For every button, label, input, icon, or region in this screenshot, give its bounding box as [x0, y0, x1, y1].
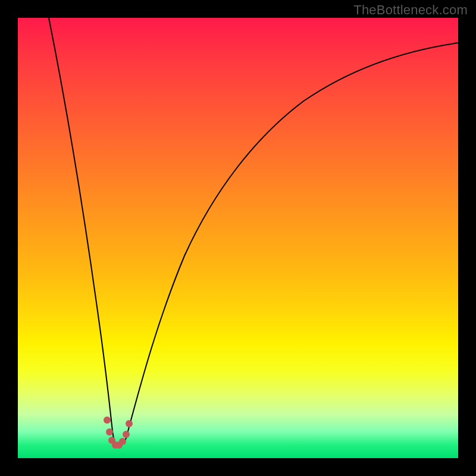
curve-right-branch: [126, 43, 458, 438]
min-dot: [104, 416, 111, 424]
min-dot: [119, 438, 126, 445]
min-dot: [126, 420, 133, 427]
chart-frame: TheBottleneck.com: [0, 0, 476, 476]
watermark-text: TheBottleneck.com: [353, 2, 468, 18]
min-dot: [106, 428, 113, 436]
bottleneck-curve: [18, 18, 458, 458]
curve-left-branch: [49, 18, 112, 425]
min-dot: [123, 431, 130, 438]
plot-area: [18, 18, 458, 458]
